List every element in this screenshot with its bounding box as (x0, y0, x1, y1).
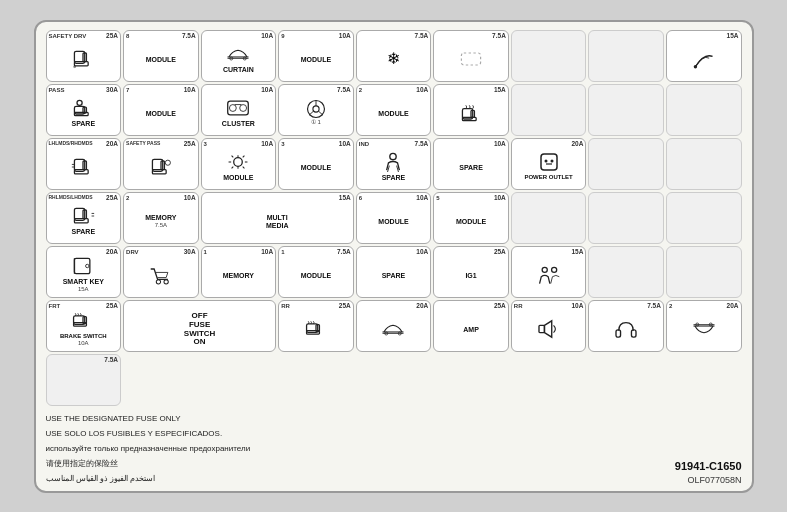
seat-safety-icon (149, 157, 173, 177)
svg-rect-73 (539, 325, 544, 332)
svg-line-41 (243, 166, 245, 168)
svg-rect-56 (75, 259, 90, 274)
car-top-icon (226, 44, 250, 64)
car-bottom-icon (692, 319, 716, 339)
fuse-empty-9 (588, 192, 664, 244)
svg-point-34 (165, 160, 170, 165)
footer-text: USE THE DESIGNATED FUSE ONLY USE SOLO LO… (46, 410, 251, 485)
sun-icon (226, 152, 250, 172)
fuse-amp-25a: 25A AMP (433, 300, 509, 352)
fuse-rhlmds-25a: RHLMDS/LHDMDS 25A SPARE (46, 192, 122, 244)
fuse-car-body-20a: 20A (356, 300, 432, 352)
fuse-rr-speaker-10a: RR 10A (511, 300, 587, 352)
person-icon (381, 152, 405, 172)
svg-rect-47 (541, 154, 557, 170)
fuse-empty-3 (511, 84, 587, 136)
footer-line-3: используйте только предназначенные предо… (46, 443, 251, 455)
seat-rr-icon (304, 319, 328, 339)
fuse-steering-1-7.5a: 7.5A ① 1 (278, 84, 354, 136)
svg-point-9 (693, 65, 696, 68)
cluster-icon (226, 98, 250, 118)
fuse-empty-11 (588, 246, 664, 298)
fuse-spare-10a-r3c6: 10A SPARE (433, 138, 509, 190)
fuse-empty-2 (588, 30, 664, 82)
fuse-door-20a: 20A SMART KEY 15A (46, 246, 122, 298)
fuse-rr-seat-25a: RR 25A (278, 300, 354, 352)
svg-point-35 (234, 157, 243, 166)
fuse-3-module-10a-a: 3 10A MODULE (201, 138, 277, 190)
svg-text:⊕: ⊕ (73, 63, 76, 68)
svg-line-22 (319, 112, 323, 116)
svg-rect-75 (616, 329, 621, 336)
seat-adv-icon (71, 157, 95, 177)
svg-line-21 (309, 112, 313, 116)
svg-point-44 (390, 153, 396, 159)
svg-point-62 (551, 267, 556, 272)
fuse-heater-15a: 15A (433, 84, 509, 136)
fuse-blank-7.5a-1: 7.5A (433, 30, 509, 82)
svg-point-19 (313, 106, 319, 112)
olef-number: OLF077058N (675, 475, 742, 485)
fuse-safety-drv: SAFETY DRV 25A ⊕ (46, 30, 122, 82)
footer-line-2: USE SOLO LOS FUSIBLES Y ESPECIFICADOS. (46, 428, 251, 440)
outlet-icon (537, 152, 561, 172)
svg-rect-76 (632, 329, 637, 336)
fuse-curtain-10a: 10A CURTAIN (201, 30, 277, 82)
fuse-6-module-10a: 6 10A MODULE (356, 192, 432, 244)
fuse-empty-6 (588, 138, 664, 190)
svg-marker-74 (544, 320, 551, 336)
fuse-drv-cart-30a: DRV 30A (123, 246, 199, 298)
fuse-frt-brake-switch-10a: FRT 25A BRAKE SWITCH 10A (46, 300, 122, 352)
empty-box-icon (459, 49, 483, 69)
fuse-ig1-25a: 25A IG1 (433, 246, 509, 298)
fuse-car-bottom-20a: 2 20A (666, 300, 742, 352)
fuse-2-module-10a-r2c5: 2 10A MODULE (356, 84, 432, 136)
wiper-icon (692, 49, 716, 69)
svg-line-42 (243, 155, 245, 157)
fuse-empty-10 (666, 192, 742, 244)
fuse-lhlmds-20a: LHLMDS/RHDMDS 20A (46, 138, 122, 190)
fuse-3-module-10a-b: 3 10A MODULE (278, 138, 354, 190)
fuse-snowflake-7.5a: 7.5A ❄ (356, 30, 432, 82)
svg-point-15 (230, 104, 237, 111)
footer-line-1: USE THE DESIGNATED FUSE ONLY (46, 413, 251, 425)
fuse-5-module-10a: 5 10A MODULE (433, 192, 509, 244)
fuse-spare-10a-r5c5: 10A SPARE (356, 246, 432, 298)
steering-wheel-icon (304, 99, 328, 119)
person2-icon (537, 265, 561, 285)
fuse-pass-30a: PASS 30A SPARE (46, 84, 122, 136)
headphone-icon (614, 319, 638, 339)
fuse-wiper-15a: 15A (666, 30, 742, 82)
car-body-icon (381, 319, 405, 339)
fuse-8-module-7.5a: 8 7.5A MODULE (123, 30, 199, 82)
fuse-empty-8 (511, 192, 587, 244)
fuse-box-card: SAFETY DRV 25A ⊕ 8 7.5A MODULE 10A (34, 20, 754, 493)
fuse-9-module-10a: 9 10A MODULE (278, 30, 354, 82)
seat-heat2-icon (71, 311, 95, 331)
fuse-7-module-10a: 7 10A MODULE (123, 84, 199, 136)
cart-icon (149, 265, 173, 285)
fuse-multimedia-15a: 15A MULTIMEDIA (201, 192, 354, 244)
svg-line-40 (232, 155, 234, 157)
svg-point-60 (164, 279, 168, 283)
fuse-empty-1 (511, 30, 587, 82)
fuse-2-memory-10a: 2 10A MEMORY 7.5A (123, 192, 199, 244)
fuse-empty-5 (666, 84, 742, 136)
footer-line-5: استخدم الفيوز ذو القياس المناسب (46, 473, 251, 485)
fuse-empty-13: 7.5A (46, 354, 122, 406)
svg-line-43 (232, 166, 234, 168)
svg-point-59 (156, 279, 160, 283)
fuse-1-memory-10a: 1 10A MEMORY (201, 246, 277, 298)
seat-pass-icon (71, 98, 95, 118)
svg-point-48 (544, 160, 547, 163)
car-seat-icon: ⊕ (71, 49, 95, 69)
svg-rect-8 (461, 53, 480, 65)
fuse-person2-15a: 15A (511, 246, 587, 298)
seat-heat-icon (459, 103, 483, 123)
footer-line-4: 请使用指定的保险丝 (46, 458, 251, 470)
fuse-headphone-7.5a: 7.5A (588, 300, 664, 352)
fuse-empty-7 (666, 138, 742, 190)
footer: USE THE DESIGNATED FUSE ONLY USE SOLO LO… (46, 410, 742, 485)
door-icon (71, 256, 95, 276)
svg-point-16 (240, 104, 247, 111)
